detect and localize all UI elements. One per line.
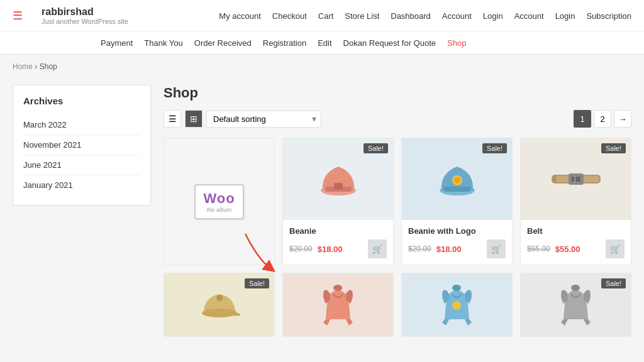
archive-june-2021[interactable]: June 2021: [23, 160, 62, 170]
archives-widget: Archives March 2022 November 2021 June 2…: [13, 85, 151, 206]
svg-rect-4: [444, 187, 470, 192]
beanie-logo-svg: [435, 160, 479, 198]
product-card-hoodie-logo: [401, 273, 513, 337]
sort-select[interactable]: Default sorting Sort by popularity Sort …: [206, 111, 321, 128]
product-card-belt: Sale! Belt $65.00 $5: [520, 138, 631, 265]
breadcrumb-separator: ›: [35, 62, 39, 71]
product-grid-row2: Sale!: [164, 273, 631, 337]
shop-toolbar: ☰ ⊞ Default sorting Sort by popularity S…: [164, 110, 631, 128]
archive-january-2021[interactable]: January 2021: [23, 180, 73, 190]
svg-point-16: [333, 285, 342, 291]
breadcrumb-home[interactable]: Home: [13, 62, 33, 71]
product-image-hoodie-pink[interactable]: [283, 273, 393, 336]
shop-content: Shop ☰ ⊞ Default sorting Sort by popular…: [164, 85, 631, 337]
product-image-hoodie-gray[interactable]: Sale!: [521, 273, 631, 336]
header-top: ☰ rabbirshad Just another WordPress site…: [0, 0, 644, 31]
sale-badge-belt: Sale!: [601, 143, 626, 153]
nav-shop[interactable]: Shop: [447, 38, 466, 48]
main-layout: Archives March 2022 November 2021 June 2…: [0, 79, 644, 349]
logo-area: rabbirshad Just another WordPress site: [42, 6, 128, 25]
site-tagline: Just another WordPress site: [42, 18, 128, 25]
svg-point-14: [202, 309, 237, 317]
woo-text: Woo: [203, 190, 235, 207]
nav-account-2[interactable]: Account: [514, 11, 544, 21]
sort-wrapper: Default sorting Sort by popularity Sort …: [206, 111, 321, 128]
site-name: rabbirshad: [42, 6, 128, 18]
nav-subscription[interactable]: Subscription: [586, 11, 631, 21]
nav-secondary: Payment Thank You Order Received Registr…: [0, 31, 644, 54]
archive-march-2022[interactable]: March 2022: [23, 120, 67, 129]
product-image-cap[interactable]: Sale!: [164, 273, 274, 336]
sale-badge-beanie-logo: Sale!: [482, 143, 507, 153]
new-price-beanie-logo: $18.00: [436, 244, 462, 254]
page-1-button[interactable]: 1: [574, 110, 591, 128]
hoodie-logo-svg: [440, 282, 474, 329]
shop-title: Shop: [164, 85, 631, 101]
product-image-belt[interactable]: Sale!: [521, 138, 631, 220]
sale-badge-cap: Sale!: [245, 278, 269, 288]
product-info-album: Album Price ishidden Add: [164, 265, 274, 265]
cart-button-belt[interactable]: 🛒: [606, 239, 625, 258]
list-item: June 2021: [23, 155, 140, 175]
page-next-button[interactable]: →: [614, 110, 631, 128]
nav-login-2[interactable]: Login: [555, 11, 575, 21]
svg-point-6: [454, 177, 460, 184]
svg-point-15: [216, 295, 223, 301]
svg-point-18: [452, 301, 461, 310]
cart-button-beanie-logo[interactable]: 🛒: [487, 239, 506, 258]
product-card-album: Woo the album Album Price ishidden Add: [164, 138, 275, 265]
cart-button-beanie[interactable]: 🛒: [368, 239, 387, 258]
product-image-album[interactable]: Woo the album: [164, 138, 274, 265]
pagination: 1 2 →: [574, 110, 631, 128]
product-card-beanie-logo: Sale! Beanie with Logo $20.00 $18: [401, 138, 513, 265]
price-row-belt: $65.00 $55.00 🛒: [527, 239, 625, 258]
nav-dokan-request[interactable]: Dokan Request for Quote: [343, 38, 436, 48]
product-name-beanie-logo: Beanie with Logo: [408, 226, 506, 236]
product-name-belt: Belt: [527, 226, 625, 236]
nav-store-list[interactable]: Store List: [345, 11, 379, 21]
price-area-beanie-logo: $20.00 $18.00: [408, 244, 461, 254]
product-grid-row1: Woo the album Album Price ishidden Add S…: [164, 138, 631, 265]
archive-november-2021[interactable]: November 2021: [23, 140, 82, 150]
belt-svg: [551, 167, 601, 192]
product-image-hoodie-logo[interactable]: [402, 273, 512, 336]
toolbar-left: ☰ ⊞ Default sorting Sort by popularity S…: [164, 110, 321, 128]
woo-sub: the album: [203, 207, 235, 213]
archives-title: Archives: [23, 96, 140, 106]
list-view-button[interactable]: ☰: [164, 110, 181, 128]
product-image-beanie-logo[interactable]: Sale!: [402, 138, 512, 220]
breadcrumb-current: Shop: [40, 62, 57, 71]
cap-svg: [197, 288, 242, 322]
nav-order-received[interactable]: Order Received: [194, 38, 252, 48]
list-item: March 2022: [23, 115, 140, 135]
product-info-beanie: Beanie $20.00 $18.00 🛒: [283, 220, 393, 265]
price-area-beanie: $20.00 $18.00: [289, 244, 342, 254]
product-card-hoodie-gray: Sale!: [520, 273, 631, 337]
product-info-belt: Belt $65.00 $55.00 🛒: [521, 220, 631, 265]
nav-login-1[interactable]: Login: [483, 11, 503, 21]
nav-registration[interactable]: Registration: [263, 38, 306, 48]
price-row-beanie: $20.00 $18.00 🛒: [289, 239, 387, 258]
nav-checkout[interactable]: Checkout: [272, 11, 307, 21]
nav-my-account[interactable]: My account: [219, 11, 260, 21]
nav-edit[interactable]: Edit: [318, 38, 331, 48]
grid-view-button[interactable]: ⊞: [185, 110, 203, 128]
nav-dashboard[interactable]: Dashboard: [391, 11, 431, 21]
beanie-svg: [316, 160, 360, 198]
svg-rect-10: [572, 177, 580, 182]
nav-account-1[interactable]: Account: [442, 11, 472, 21]
nav-cart[interactable]: Cart: [318, 11, 334, 21]
woo-image-box: Woo the album: [194, 184, 243, 219]
product-card-hoodie-pink: [282, 273, 394, 337]
product-image-beanie[interactable]: Sale!: [283, 138, 393, 220]
product-card-beanie: Sale! Beanie $20.00 $18.00: [282, 138, 394, 265]
page-2-button[interactable]: 2: [594, 110, 611, 128]
product-card-cap: Sale!: [164, 273, 275, 337]
hamburger-icon[interactable]: ☰: [13, 9, 23, 23]
nav-thank-you[interactable]: Thank You: [144, 38, 182, 48]
product-name-beanie: Beanie: [289, 226, 387, 236]
nav-payment[interactable]: Payment: [101, 38, 133, 48]
list-item: January 2021: [23, 175, 140, 195]
old-price-belt: $65.00: [527, 244, 550, 253]
breadcrumb: Home › Shop: [0, 55, 644, 79]
